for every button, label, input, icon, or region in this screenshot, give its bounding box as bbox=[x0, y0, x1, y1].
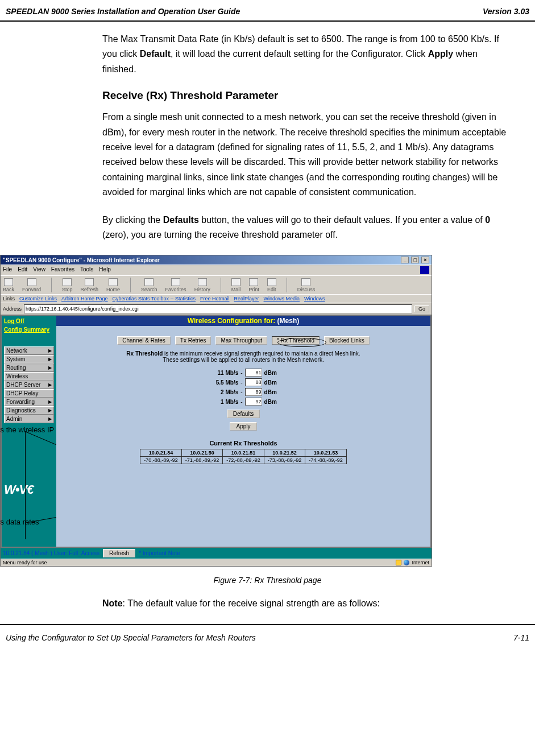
chevron-right-icon: ▶ bbox=[48, 408, 52, 413]
neg-sign: - bbox=[240, 370, 242, 376]
stop-icon bbox=[63, 278, 72, 286]
sidebar-logoff[interactable]: Log Off bbox=[2, 317, 56, 325]
go-button[interactable]: Go bbox=[414, 305, 429, 312]
discuss-button[interactable]: Discuss bbox=[297, 278, 316, 292]
sidebar-item-forwarding[interactable]: Forwarding▶ bbox=[4, 398, 54, 406]
paragraph-3: By clicking the Defaults button, the val… bbox=[102, 213, 512, 243]
maximize-icon[interactable]: □ bbox=[411, 257, 419, 263]
sidebar-item-dhcp-relay[interactable]: DHCP Relay bbox=[4, 389, 54, 398]
unit-label: dBm bbox=[264, 370, 277, 376]
tab-highlight-oval bbox=[277, 338, 326, 347]
important-note-link[interactable]: * Important Note bbox=[139, 550, 180, 556]
td-rates: -74,-88,-89,-92 bbox=[305, 457, 347, 464]
forward-label: Forward bbox=[22, 287, 41, 292]
table-head-row: 10.0.21.84 10.0.21.50 10.0.21.51 10.0.21… bbox=[140, 449, 347, 457]
print-button[interactable]: Print bbox=[248, 278, 259, 292]
note-label: Note bbox=[102, 598, 123, 608]
apply-button[interactable]: Apply bbox=[230, 422, 256, 431]
unit-label: dBm bbox=[264, 399, 277, 405]
forward-button[interactable]: Forward bbox=[22, 278, 41, 292]
td-rates: -72,-88,-89,-92 bbox=[223, 457, 264, 464]
menu-edit[interactable]: Edit bbox=[18, 266, 27, 274]
app-footer: 10.0.21.84 ( Mesh ) User: Full_Access Re… bbox=[1, 548, 432, 559]
link-hotmail[interactable]: Free Hotmail bbox=[200, 296, 230, 301]
sidebar-item-wireless[interactable]: Wireless bbox=[4, 372, 54, 381]
mail-button[interactable]: Mail bbox=[231, 278, 241, 292]
history-button[interactable]: History bbox=[194, 278, 210, 292]
tab-blocked-links[interactable]: Blocked Links bbox=[324, 336, 370, 345]
tab-max-throughput[interactable]: Max Throughput bbox=[215, 336, 267, 345]
sidebar-label: Diagnostics bbox=[6, 407, 36, 414]
home-button[interactable]: Home bbox=[106, 278, 120, 292]
tab-channel-rates[interactable]: Channel & Rates bbox=[117, 336, 171, 345]
toolbar-sep2 bbox=[130, 278, 131, 292]
sidebar-item-diagnostics[interactable]: Diagnostics▶ bbox=[4, 406, 54, 415]
sidebar-item-dhcp-server[interactable]: DHCP Server▶ bbox=[4, 381, 54, 389]
browser-menubar: File Edit View Favorites Tools Help bbox=[1, 265, 432, 275]
sidebar-label: DHCP Server bbox=[6, 382, 40, 388]
footer-right: 7-11 bbox=[513, 633, 529, 642]
favorites-icon bbox=[171, 278, 180, 286]
browser-window: "SPEEDLAN 9000 Configure" - Microsoft In… bbox=[0, 255, 432, 567]
note-paragraph: Note: The default value for the receive … bbox=[102, 596, 512, 611]
discuss-label: Discuss bbox=[297, 287, 316, 292]
link-windows[interactable]: Windows bbox=[304, 296, 325, 301]
minimize-icon[interactable]: _ bbox=[401, 257, 409, 263]
home-icon bbox=[109, 278, 118, 286]
link-windows-media[interactable]: Windows Media bbox=[264, 296, 300, 301]
link-realplayer[interactable]: RealPlayer bbox=[234, 296, 259, 301]
config-header: Wireless Configuration for: (Mesh) bbox=[56, 316, 430, 326]
row-5-5mbs: 5.5 Mb/s-dBm bbox=[210, 378, 277, 386]
status-left: Menu ready for use bbox=[3, 560, 47, 565]
sidebar-item-system[interactable]: System▶ bbox=[4, 355, 54, 363]
menu-tools[interactable]: Tools bbox=[80, 266, 93, 274]
link-arbitron[interactable]: Arbitron Home Page bbox=[61, 296, 108, 301]
link-cyberatlas[interactable]: Cyberatlas Stats Toolbox -- Statistics bbox=[113, 296, 196, 301]
back-button[interactable]: Back bbox=[3, 278, 14, 292]
address-label: Address bbox=[3, 306, 22, 312]
p1c: , it will load the current default setti… bbox=[171, 49, 428, 59]
tab-tx-retries[interactable]: Tx Retries bbox=[175, 336, 211, 345]
input-5-5mbs[interactable] bbox=[245, 378, 262, 386]
p3c: button, the values will go to their defa… bbox=[199, 215, 485, 225]
rate-label: 2 Mb/s bbox=[210, 389, 238, 395]
sidebar-item-network[interactable]: Network▶ bbox=[4, 346, 54, 355]
input-1mbs[interactable] bbox=[245, 398, 262, 406]
menu-favorites[interactable]: Favorites bbox=[51, 266, 74, 274]
row-1mbs: 1 Mb/s-dBm bbox=[210, 398, 277, 406]
input-2mbs[interactable] bbox=[245, 388, 262, 396]
header-left: SPEEDLAN 9000 Series Installation and Op… bbox=[6, 7, 240, 16]
browser-titlebar[interactable]: "SPEEDLAN 9000 Configure" - Microsoft In… bbox=[1, 255, 432, 265]
input-11mbs[interactable] bbox=[245, 369, 262, 377]
menu-view[interactable]: View bbox=[33, 266, 45, 274]
sidebar-item-admin[interactable]: Admin▶ bbox=[4, 415, 54, 423]
sidebar-label: Routing bbox=[6, 365, 26, 371]
edit-button[interactable]: Edit bbox=[267, 278, 276, 292]
mail-label: Mail bbox=[231, 287, 241, 292]
toolbar-sep3 bbox=[221, 278, 221, 292]
defaults-button[interactable]: Defaults bbox=[227, 410, 260, 418]
link-customize[interactable]: Customize Links bbox=[19, 296, 57, 301]
search-button[interactable]: Search bbox=[141, 278, 157, 292]
stop-label: Stop bbox=[62, 287, 73, 292]
stop-button[interactable]: Stop bbox=[62, 278, 73, 292]
close-icon[interactable]: × bbox=[421, 257, 429, 263]
refresh-icon bbox=[85, 278, 94, 286]
edit-label: Edit bbox=[267, 287, 276, 292]
refresh-button[interactable]: Refresh bbox=[81, 278, 99, 292]
footer-left: Using the Configurator to Set Up Special… bbox=[6, 633, 256, 642]
menu-file[interactable]: File bbox=[3, 266, 12, 274]
th-ip: 10.0.21.50 bbox=[181, 449, 223, 457]
p3e: (zero), you are turning the receive thre… bbox=[102, 230, 338, 239]
refresh-page-button[interactable]: Refresh bbox=[103, 549, 135, 557]
sidebar-label: DHCP Relay bbox=[6, 390, 39, 396]
th-ip: 10.0.21.51 bbox=[223, 449, 264, 457]
sidebar-label: System bbox=[6, 356, 25, 362]
vendor-logo: W•V€ bbox=[2, 480, 56, 499]
sidebar-config-summary[interactable]: Config Summary bbox=[2, 325, 56, 334]
menu-help[interactable]: Help bbox=[99, 266, 111, 274]
browser-addressbar: Address Go bbox=[1, 303, 432, 315]
sidebar-item-routing[interactable]: Routing▶ bbox=[4, 363, 54, 372]
address-input[interactable] bbox=[24, 304, 412, 313]
favorites-button[interactable]: Favorites bbox=[165, 278, 186, 292]
